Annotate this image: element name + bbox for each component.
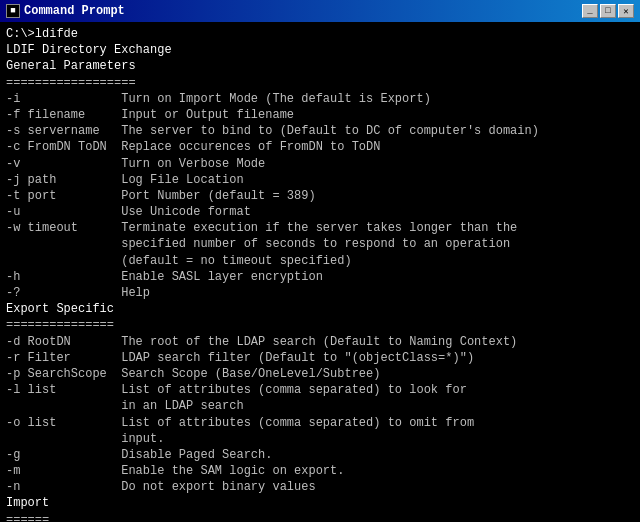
window-icon: ■ (6, 4, 20, 18)
window: ■ Command Prompt _ □ ✕ C:\>ldifdeLDIF Di… (0, 0, 640, 522)
title-bar: ■ Command Prompt _ □ ✕ (0, 0, 640, 22)
terminal-line: -h Enable SASL layer encryption (6, 269, 634, 285)
minimize-button[interactable]: _ (582, 4, 598, 18)
terminal-line: ====== (6, 512, 634, 522)
terminal-line: -? Help (6, 285, 634, 301)
terminal-line: ================== (6, 75, 634, 91)
terminal-line: -t port Port Number (default = 389) (6, 188, 634, 204)
terminal-line: -c FromDN ToDN Replace occurences of Fro… (6, 139, 634, 155)
terminal-line: -g Disable Paged Search. (6, 447, 634, 463)
terminal-line: -n Do not export binary values (6, 479, 634, 495)
terminal-line: input. (6, 431, 634, 447)
terminal-line: LDIF Directory Exchange (6, 42, 634, 58)
terminal-line: -i Turn on Import Mode (The default is E… (6, 91, 634, 107)
terminal-line: -u Use Unicode format (6, 204, 634, 220)
terminal-line: (default = no timeout specified) (6, 253, 634, 269)
terminal-line: Import (6, 495, 634, 511)
terminal-line: -d RootDN The root of the LDAP search (D… (6, 334, 634, 350)
maximize-button[interactable]: □ (600, 4, 616, 18)
terminal-body: C:\>ldifdeLDIF Directory ExchangeGeneral… (0, 22, 640, 522)
terminal-line: -p SearchScope Search Scope (Base/OneLev… (6, 366, 634, 382)
terminal-line: =============== (6, 317, 634, 333)
close-button[interactable]: ✕ (618, 4, 634, 18)
terminal-line: -l list List of attributes (comma separa… (6, 382, 634, 398)
terminal-line: -f filename Input or Output filename (6, 107, 634, 123)
terminal-line: specified number of seconds to respond t… (6, 236, 634, 252)
title-bar-left: ■ Command Prompt (6, 4, 125, 18)
terminal-line: C:\>ldifde (6, 26, 634, 42)
terminal-line: -m Enable the SAM logic on export. (6, 463, 634, 479)
terminal-line: -r Filter LDAP search filter (Default to… (6, 350, 634, 366)
terminal-line: -v Turn on Verbose Mode (6, 156, 634, 172)
terminal-line: -w timeout Terminate execution if the se… (6, 220, 634, 236)
terminal-line: Export Specific (6, 301, 634, 317)
title-buttons: _ □ ✕ (582, 4, 634, 18)
terminal-line: -j path Log File Location (6, 172, 634, 188)
terminal-line: -o list List of attributes (comma separa… (6, 415, 634, 431)
terminal-line: General Parameters (6, 58, 634, 74)
terminal-line: in an LDAP search (6, 398, 634, 414)
terminal-line: -s servername The server to bind to (Def… (6, 123, 634, 139)
window-title: Command Prompt (24, 4, 125, 18)
